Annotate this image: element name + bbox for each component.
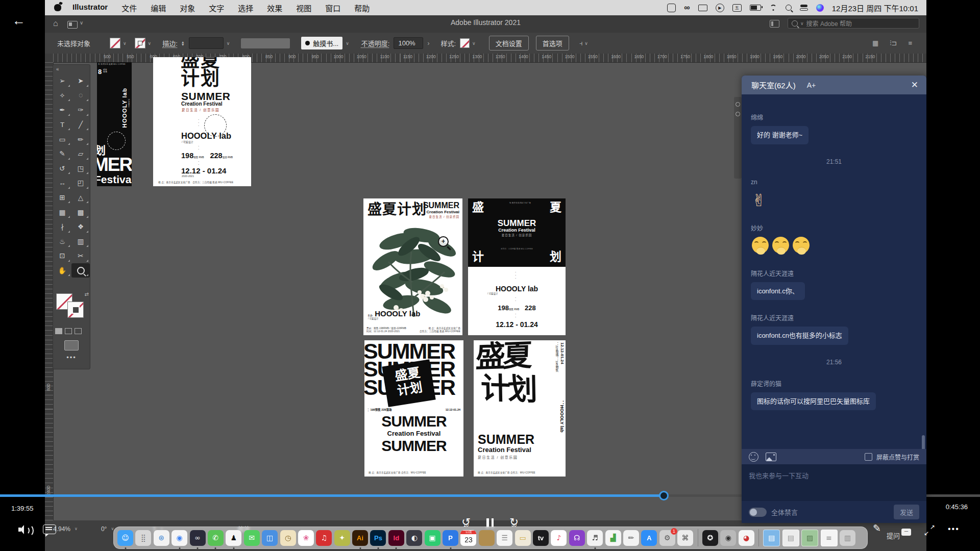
- danmaku-toggle-icon[interactable]: 一: [901, 529, 911, 536]
- input-method-icon[interactable]: 五: [732, 4, 742, 12]
- menu-帮助[interactable]: 帮助: [354, 3, 370, 13]
- menu-文字[interactable]: 文字: [209, 3, 224, 13]
- paintbrush-tool[interactable]: ✏: [71, 132, 90, 146]
- more-options-icon[interactable]: •••: [948, 524, 960, 534]
- chat-message-list[interactable]: 绵绵好的 谢谢老师~21:51zn✌妙妙隔花人近天涯遠iconfont.c你、隔…: [742, 94, 926, 449]
- dock-item-gray-camera[interactable]: ◉: [720, 530, 736, 546]
- dock-item-image-thumb-green[interactable]: ▨: [801, 530, 818, 546]
- opacity-expand-icon[interactable]: ›: [427, 40, 429, 47]
- danmaku-icon[interactable]: [43, 524, 56, 534]
- dock-item-cc-rainbow[interactable]: ◕: [739, 530, 754, 546]
- swap-fill-stroke-icon[interactable]: ⇄: [85, 291, 89, 297]
- collapsed-panel-dock[interactable]: [734, 97, 742, 179]
- mesh-tool[interactable]: ▦: [53, 205, 71, 219]
- free-transform-tool[interactable]: ◰: [71, 176, 90, 190]
- align-icon[interactable]: ⫞: [579, 39, 583, 47]
- menu-窗口[interactable]: 窗口: [325, 3, 340, 13]
- grid-view-icon[interactable]: ▦: [872, 39, 878, 47]
- slice-tool[interactable]: ✂: [71, 248, 90, 263]
- artboard-tool[interactable]: ⊡: [53, 248, 71, 263]
- mute-all-toggle[interactable]: [749, 508, 767, 517]
- zoom-chevron-icon[interactable]: ∨: [75, 527, 78, 531]
- style-swatch[interactable]: [460, 38, 470, 48]
- symbol-sprayer-tool[interactable]: ♨: [53, 234, 71, 249]
- align-chevron-icon[interactable]: ∨: [584, 41, 588, 46]
- list-view-icon[interactable]: ≡: [908, 39, 912, 47]
- dock-item-red-music[interactable]: ♫: [316, 530, 332, 546]
- style-chevron-icon[interactable]: ∨: [472, 41, 476, 46]
- dock-item-safari[interactable]: ⊛: [154, 530, 169, 546]
- dock-item-window-thumb-white[interactable]: ▤: [782, 530, 799, 546]
- rotation-value[interactable]: 0°: [101, 525, 107, 533]
- dock-item-photoshop[interactable]: Ps: [370, 530, 386, 546]
- stroke-chevron-icon[interactable]: ∨: [148, 41, 152, 46]
- dock-item-pencil-app[interactable]: ✏: [623, 530, 639, 546]
- dock-item-blue-p-app[interactable]: P: [443, 530, 458, 546]
- toolbar-stroke-swatch[interactable]: [67, 302, 84, 318]
- menu-视图[interactable]: 视图: [296, 3, 311, 13]
- blend-tool[interactable]: ❖: [71, 219, 90, 234]
- screen-mode-icon[interactable]: [64, 340, 79, 350]
- block-likes-option[interactable]: 屏蔽点赞与打赏: [865, 453, 919, 461]
- type-tool[interactable]: T: [53, 117, 71, 132]
- siri-icon[interactable]: [816, 4, 824, 12]
- menu-app[interactable]: Illustrator: [72, 3, 108, 13]
- font-size-button[interactable]: A+: [807, 81, 816, 89]
- stroke-swatch[interactable]: [135, 38, 145, 48]
- dock-item-window-thumb-blue[interactable]: ▤: [763, 530, 780, 546]
- close-icon[interactable]: ✕: [911, 80, 918, 90]
- dock-item-clock-yellow[interactable]: ◷: [280, 530, 296, 546]
- dock-item-photos-blue[interactable]: ◫: [262, 530, 278, 546]
- dock-item-olive-app[interactable]: ✦: [334, 530, 350, 546]
- fill-stroke-swatches[interactable]: [56, 293, 87, 326]
- wifi-icon[interactable]: [769, 5, 777, 11]
- toolbar-collapse-icon[interactable]: «: [53, 65, 90, 73]
- eyedropper-tool[interactable]: ∤: [53, 219, 71, 234]
- dock-item-finder[interactable]: ☺: [117, 530, 133, 546]
- dock-item-command-app[interactable]: ⌘: [677, 530, 693, 546]
- stroke-weight-label[interactable]: 描边:: [162, 38, 178, 48]
- dock-item-meeting-green[interactable]: ▣: [425, 530, 440, 546]
- dock-item-launchpad[interactable]: ⣿: [135, 530, 151, 546]
- column-graph-tool[interactable]: ▥: [71, 234, 90, 249]
- dock-item-star-dark[interactable]: ✪: [702, 530, 718, 546]
- dock-item-doc-thumb-white[interactable]: ≡: [821, 530, 838, 546]
- menu-选择[interactable]: 选择: [238, 3, 253, 13]
- lasso-tool[interactable]: ◌: [71, 88, 90, 103]
- chat-input[interactable]: 我也来参与一下互动: [742, 464, 926, 501]
- dock-item-qq[interactable]: ♟: [226, 530, 241, 546]
- opacity-label[interactable]: 不透明度:: [361, 38, 390, 48]
- dock-item-app-store[interactable]: A: [641, 530, 657, 546]
- magic-wand-tool[interactable]: ✧: [53, 88, 71, 103]
- dock-item-tan-app[interactable]: [479, 530, 495, 546]
- dock-item-wechat[interactable]: ✆: [208, 530, 224, 546]
- block-likes-checkbox[interactable]: [865, 453, 872, 461]
- opacity-field[interactable]: 100%: [394, 37, 423, 49]
- eraser-tool[interactable]: ▱: [71, 146, 90, 161]
- menu-编辑[interactable]: 编辑: [151, 3, 166, 13]
- spotlight-search-icon[interactable]: [786, 5, 792, 11]
- dock-item-chrome[interactable]: ◉: [172, 530, 187, 546]
- width-tool[interactable]: ↔: [53, 176, 71, 190]
- help-search-box[interactable]: ∨ 搜索 Adobe 帮助: [788, 18, 919, 29]
- display-icon[interactable]: [698, 5, 707, 11]
- dock-item-reminders[interactable]: ☰: [497, 530, 512, 546]
- dock-item-sheet-music[interactable]: ♬: [587, 530, 603, 546]
- dock-item-illustrator[interactable]: Ai: [352, 530, 368, 546]
- apple-menu-icon[interactable]: [54, 4, 61, 11]
- dock-item-calendar[interactable]: 12月23: [460, 530, 476, 546]
- menu-效果[interactable]: 效果: [267, 3, 282, 13]
- perspective-grid-tool[interactable]: △: [71, 190, 90, 205]
- rectangle-tool[interactable]: ▭: [53, 132, 71, 146]
- dock-item-apple-tv[interactable]: tv: [533, 530, 549, 546]
- dock-item-cream-folder[interactable]: ▭: [515, 530, 531, 546]
- preferences-button[interactable]: 首选项: [536, 36, 569, 51]
- brush-chevron-icon[interactable]: ∨: [346, 41, 349, 46]
- dock-item-indesign[interactable]: Id: [388, 530, 404, 546]
- chat-scrollbar[interactable]: [922, 435, 925, 449]
- dock-item-music[interactable]: ♪: [551, 530, 567, 546]
- volume-icon[interactable]: [18, 524, 32, 535]
- progress-knob[interactable]: [659, 491, 669, 500]
- dock-item-numbers-chart[interactable]: ▟: [605, 530, 621, 546]
- shaper-tool[interactable]: ✎: [53, 146, 71, 161]
